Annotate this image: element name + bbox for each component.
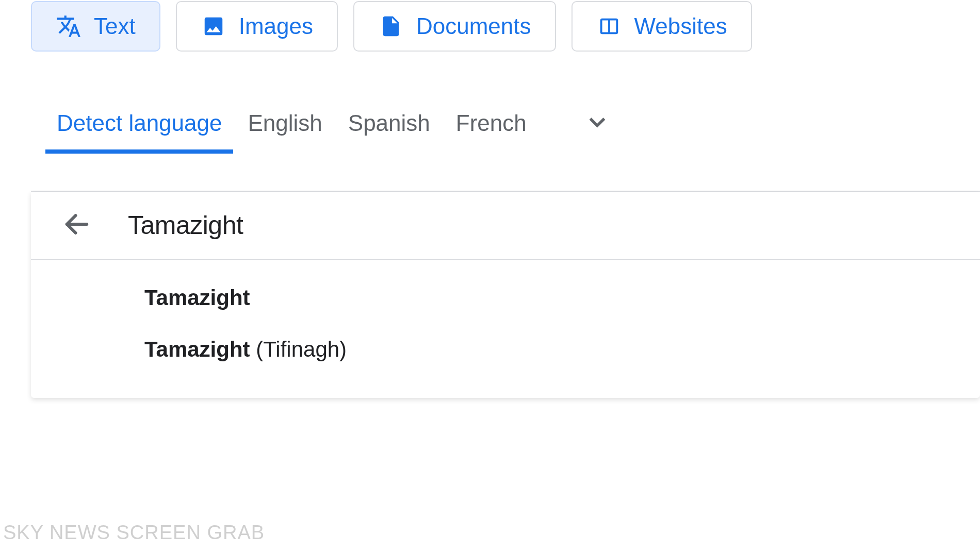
result-match: Tamazight — [144, 337, 250, 361]
tab-images[interactable]: Images — [176, 1, 338, 52]
lang-tab-french[interactable]: French — [456, 110, 527, 152]
mode-tabs: Text Images Documents Websites — [0, 0, 980, 52]
result-suffix: (Tifinagh) — [250, 337, 347, 361]
arrow-left-icon — [62, 209, 92, 241]
chevron-down-icon — [583, 108, 611, 138]
watermark: SKY NEWS SCREEN GRAB — [3, 522, 265, 544]
tab-images-label: Images — [239, 13, 313, 39]
language-result-item[interactable]: Tamazight (Tifinagh) — [31, 324, 980, 375]
language-search-panel: TamazightTamazight (Tifinagh) — [31, 192, 980, 398]
image-icon — [201, 13, 226, 39]
language-search-input[interactable] — [128, 210, 954, 240]
tab-text[interactable]: Text — [31, 1, 160, 52]
tab-documents[interactable]: Documents — [353, 1, 556, 52]
website-icon — [596, 13, 622, 39]
document-icon — [378, 13, 404, 39]
tab-websites[interactable]: Websites — [571, 1, 752, 52]
result-match: Tamazight — [144, 286, 250, 310]
more-languages-button[interactable] — [583, 108, 611, 154]
translate-icon — [56, 13, 81, 39]
back-button[interactable] — [62, 209, 92, 241]
lang-tab-english[interactable]: English — [248, 110, 322, 152]
tab-documents-label: Documents — [416, 13, 531, 39]
lang-tab-detect[interactable]: Detect language — [57, 110, 222, 152]
tab-websites-label: Websites — [634, 13, 727, 39]
search-row — [31, 192, 980, 260]
tab-text-label: Text — [94, 13, 136, 39]
language-result-item[interactable]: Tamazight — [31, 272, 980, 324]
language-tabs: Detect language English Spanish French — [0, 52, 980, 154]
lang-tab-spanish[interactable]: Spanish — [348, 110, 430, 152]
